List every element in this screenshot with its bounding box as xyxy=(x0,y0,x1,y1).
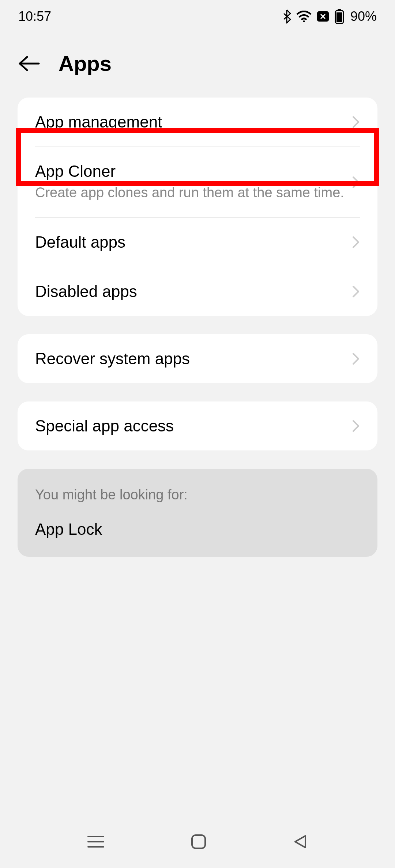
page-header: Apps xyxy=(0,33,395,98)
nav-back-button[interactable] xyxy=(292,834,308,851)
page-title: Apps xyxy=(59,51,112,76)
chevron-right-icon xyxy=(352,285,360,298)
chevron-right-icon xyxy=(352,176,360,189)
status-bar: 10:57 90% xyxy=(0,0,395,33)
row-subtitle: Create app clones and run them at the sa… xyxy=(35,183,345,202)
square-icon xyxy=(191,834,207,850)
back-button[interactable] xyxy=(18,53,40,75)
suggestion-app-lock[interactable]: App Lock xyxy=(35,520,360,538)
row-title: App management xyxy=(35,113,345,131)
row-disabled-apps[interactable]: Disabled apps xyxy=(18,267,377,316)
row-recover-system-apps[interactable]: Recover system apps xyxy=(18,334,377,383)
wifi-icon xyxy=(296,11,312,22)
suggestion-heading: You might be looking for: xyxy=(35,487,360,503)
system-nav-bar xyxy=(0,817,395,868)
row-title: Recover system apps xyxy=(35,350,345,368)
bluetooth-icon xyxy=(282,9,291,24)
triangle-left-icon xyxy=(292,834,308,850)
row-default-apps[interactable]: Default apps xyxy=(18,218,377,267)
arrow-left-icon xyxy=(18,56,40,72)
row-title: App Cloner xyxy=(35,162,345,180)
status-icons: 90% xyxy=(282,9,377,24)
svg-rect-4 xyxy=(336,12,342,22)
battery-percent: 90% xyxy=(350,9,377,24)
row-title: Special app access xyxy=(35,417,345,435)
svg-rect-3 xyxy=(338,9,341,11)
chevron-right-icon xyxy=(352,352,360,365)
status-time: 10:57 xyxy=(18,9,51,24)
chevron-right-icon xyxy=(352,419,360,433)
settings-card-recover: Recover system apps xyxy=(18,334,377,383)
row-title: Disabled apps xyxy=(35,282,345,301)
suggestion-card: You might be looking for: App Lock xyxy=(18,469,377,557)
nav-recent-button[interactable] xyxy=(87,834,105,850)
svg-point-0 xyxy=(303,20,305,22)
nav-home-button[interactable] xyxy=(191,834,207,851)
svg-rect-8 xyxy=(192,835,205,848)
row-special-app-access[interactable]: Special app access xyxy=(18,401,377,450)
settings-card-main: App management App Cloner Create app clo… xyxy=(18,98,377,316)
chevron-right-icon xyxy=(352,236,360,249)
row-title: Default apps xyxy=(35,233,345,251)
row-app-management[interactable]: App management xyxy=(18,98,377,146)
menu-icon xyxy=(87,834,105,849)
battery-icon xyxy=(334,9,345,24)
chevron-right-icon xyxy=(352,115,360,129)
row-app-cloner[interactable]: App Cloner Create app clones and run the… xyxy=(18,147,377,217)
settings-card-special: Special app access xyxy=(18,401,377,450)
close-box-icon xyxy=(317,10,329,23)
